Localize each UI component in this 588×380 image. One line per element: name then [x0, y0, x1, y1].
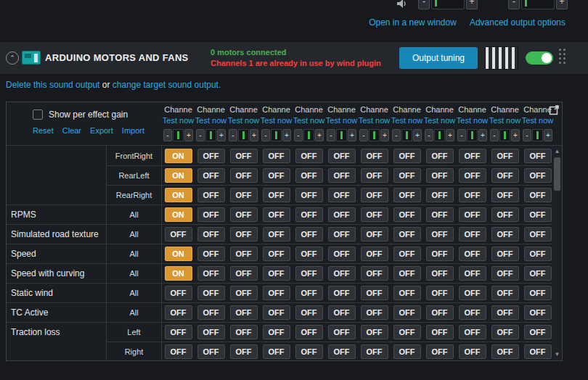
test-now-link[interactable]: Test now	[325, 116, 358, 127]
output-toggle[interactable]: OFF	[524, 344, 552, 359]
output-toggle[interactable]: OFF	[491, 227, 519, 241]
decrease-gain-button[interactable]: -	[229, 129, 237, 141]
output-toggle[interactable]: OFF	[491, 344, 519, 359]
output-toggle[interactable]: OFF	[263, 266, 290, 281]
output-toggle[interactable]: OFF	[197, 168, 225, 183]
output-toggle[interactable]: OFF	[328, 227, 356, 241]
output-toggle[interactable]: OFF	[230, 305, 258, 320]
output-toggle[interactable]: OFF	[491, 188, 519, 202]
output-toggle[interactable]: OFF	[165, 305, 192, 320]
output-toggle[interactable]: OFF	[459, 344, 486, 359]
output-toggle[interactable]: OFF	[295, 286, 323, 300]
scroll-down-arrow[interactable]: ▼	[552, 350, 562, 359]
output-toggle[interactable]: OFF	[426, 168, 454, 183]
output-toggle[interactable]: OFF	[459, 227, 486, 241]
increase-gain-button[interactable]: +	[556, 0, 568, 9]
decrease-gain-button[interactable]: -	[392, 129, 401, 141]
output-toggle[interactable]: OFF	[426, 247, 454, 261]
output-toggle[interactable]: OFF	[393, 207, 421, 222]
output-toggle[interactable]: OFF	[328, 325, 356, 339]
enable-toggle[interactable]	[526, 51, 553, 65]
output-toggle[interactable]: OFF	[393, 344, 421, 359]
output-toggle[interactable]: OFF	[197, 207, 225, 222]
test-now-link[interactable]: Test now	[195, 116, 227, 127]
delete-sound-output-link[interactable]: Delete this sound output	[6, 80, 99, 90]
output-toggle[interactable]: OFF	[426, 305, 454, 320]
output-toggle[interactable]: OFF	[459, 305, 486, 320]
output-toggle[interactable]: OFF	[393, 305, 421, 320]
output-toggle[interactable]: OFF	[361, 227, 388, 241]
output-toggle[interactable]: OFF	[524, 149, 552, 163]
decrease-gain-button[interactable]: -	[490, 129, 499, 141]
output-toggle[interactable]: OFF	[328, 168, 356, 183]
open-new-window-link[interactable]: Open in a new window	[369, 17, 457, 28]
output-toggle[interactable]: OFF	[328, 207, 356, 222]
decrease-gain-button[interactable]: -	[425, 129, 433, 141]
output-toggle[interactable]: OFF	[361, 286, 388, 300]
output-toggle[interactable]: OFF	[426, 286, 454, 300]
increase-gain-button[interactable]: +	[544, 129, 552, 141]
show-per-effect-gain-checkbox[interactable]	[33, 110, 43, 120]
scroll-thumb[interactable]	[554, 157, 560, 191]
test-now-link[interactable]: Test now	[260, 116, 293, 127]
output-toggle[interactable]: OFF	[230, 149, 258, 163]
decrease-gain-button[interactable]: -	[523, 129, 531, 141]
output-toggle[interactable]: OFF	[197, 247, 225, 261]
output-toggle[interactable]: OFF	[263, 247, 290, 261]
output-toggle[interactable]: OFF	[491, 247, 519, 261]
decrease-gain-button[interactable]: -	[457, 129, 466, 141]
output-toggle[interactable]: OFF	[197, 325, 225, 339]
output-toggle[interactable]: OFF	[491, 286, 519, 300]
output-toggle[interactable]: OFF	[361, 266, 388, 281]
output-toggle[interactable]: OFF	[524, 266, 552, 281]
output-toggle[interactable]: ON	[165, 266, 192, 281]
test-now-link[interactable]: Test now	[358, 116, 391, 127]
output-toggle[interactable]: OFF	[230, 266, 258, 281]
increase-gain-button[interactable]: +	[184, 129, 193, 141]
output-toggle[interactable]: OFF	[361, 305, 388, 320]
output-toggle[interactable]: OFF	[459, 168, 486, 183]
output-toggle[interactable]: OFF	[230, 286, 258, 300]
output-toggle[interactable]: OFF	[263, 207, 290, 222]
output-toggle[interactable]: OFF	[230, 247, 258, 261]
output-toggle[interactable]: OFF	[263, 188, 290, 202]
advanced-output-options-link[interactable]: Advanced output options	[470, 17, 565, 28]
decrease-gain-button[interactable]: -	[261, 129, 270, 141]
decrease-gain-button[interactable]: -	[359, 129, 368, 141]
output-toggle[interactable]: OFF	[165, 227, 192, 241]
output-toggle[interactable]: OFF	[393, 227, 421, 241]
clear-link[interactable]: Clear	[62, 126, 81, 135]
output-toggle[interactable]: OFF	[230, 168, 258, 183]
output-toggle[interactable]: OFF	[459, 149, 486, 163]
show-per-effect-gain[interactable]: Show per effect gain	[33, 110, 144, 120]
output-toggle[interactable]: OFF	[426, 266, 454, 281]
output-toggle[interactable]: OFF	[459, 286, 486, 300]
output-toggle[interactable]: OFF	[230, 207, 258, 222]
increase-gain-button[interactable]: +	[217, 129, 226, 141]
expand-icon[interactable]	[549, 104, 560, 115]
output-toggle[interactable]: OFF	[524, 207, 552, 222]
output-toggle[interactable]: OFF	[393, 188, 421, 202]
vertical-scrollbar[interactable]: ▲ ▼	[552, 146, 562, 360]
output-toggle[interactable]: OFF	[426, 325, 454, 339]
output-toggle[interactable]: OFF	[295, 305, 323, 320]
collapse-chevron-icon[interactable]: ⌃	[6, 51, 19, 65]
output-toggle[interactable]: OFF	[197, 286, 225, 300]
output-toggle[interactable]: OFF	[426, 149, 454, 163]
output-toggle[interactable]: OFF	[524, 286, 552, 300]
output-toggle[interactable]: OFF	[197, 266, 225, 281]
output-toggle[interactable]: OFF	[197, 188, 225, 202]
output-toggle[interactable]: OFF	[295, 168, 323, 183]
export-link[interactable]: Export	[90, 126, 113, 135]
output-toggle[interactable]: OFF	[459, 188, 486, 202]
output-toggle[interactable]: OFF	[524, 188, 552, 202]
output-toggle[interactable]: OFF	[361, 325, 388, 339]
output-toggle[interactable]: OFF	[393, 286, 421, 300]
output-toggle[interactable]: OFF	[295, 344, 323, 359]
increase-gain-button[interactable]: +	[413, 129, 422, 141]
test-now-link[interactable]: Test now	[391, 116, 423, 127]
output-toggle[interactable]: ON	[165, 207, 192, 222]
output-toggle[interactable]: OFF	[165, 286, 192, 300]
output-toggle[interactable]: ON	[165, 149, 192, 163]
output-toggle[interactable]: OFF	[263, 227, 290, 241]
